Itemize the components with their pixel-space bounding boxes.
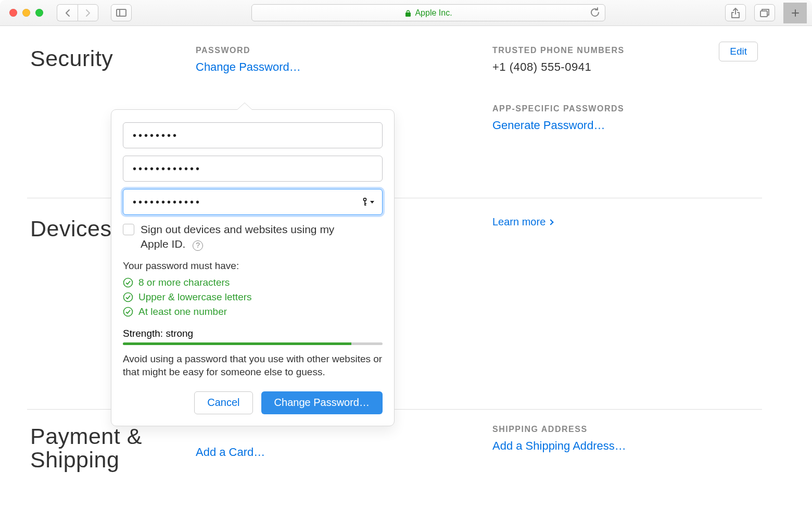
tabs-button[interactable] xyxy=(754,4,775,21)
fullscreen-window-button[interactable] xyxy=(35,9,43,17)
svg-point-6 xyxy=(363,198,366,201)
minimize-window-button[interactable] xyxy=(22,9,30,17)
key-icon xyxy=(361,198,369,206)
close-window-button[interactable] xyxy=(9,9,17,17)
svg-point-10 xyxy=(124,278,133,287)
current-password-input[interactable] xyxy=(123,122,383,148)
svg-point-12 xyxy=(124,307,133,316)
titlebar: Apple Inc. xyxy=(0,0,812,26)
sidebar-button[interactable] xyxy=(111,4,132,21)
edit-security-button[interactable]: Edit xyxy=(719,42,758,61)
browser-window: Apple Inc. Security PASSWORD xyxy=(0,0,812,509)
password-autofill-button[interactable] xyxy=(361,198,374,206)
signout-devices-checkbox[interactable] xyxy=(123,224,134,235)
password-strength-meter xyxy=(123,342,383,345)
check-circle-icon xyxy=(123,292,133,302)
change-password-popover: Sign out devices and websites using my A… xyxy=(111,109,395,426)
caret-down-icon xyxy=(370,201,374,203)
requirement-item: Upper & lowercase letters xyxy=(123,291,383,303)
reload-icon[interactable] xyxy=(590,7,600,19)
password-strength-label: Strength: strong xyxy=(123,328,383,339)
lock-icon xyxy=(404,9,412,17)
nav-buttons xyxy=(57,4,98,21)
change-password-submit-button[interactable]: Change Password… xyxy=(261,391,383,414)
svg-rect-3 xyxy=(760,11,767,17)
url-bar[interactable]: Apple Inc. xyxy=(251,4,605,21)
back-button[interactable] xyxy=(57,4,78,21)
traffic-lights xyxy=(5,9,43,17)
password-advice: Avoid using a password that you use with… xyxy=(123,352,383,379)
payment-section: Payment & Shipping Add a Card… SHIPPING … xyxy=(30,421,789,472)
app-specific-heading: APP-SPECIFIC PASSWORDS xyxy=(492,104,777,113)
share-button[interactable] xyxy=(725,4,746,21)
chevron-right-icon xyxy=(548,219,554,225)
learn-more-label: Learn more xyxy=(492,216,545,228)
forward-button[interactable] xyxy=(78,4,98,21)
requirement-item: At least one number xyxy=(123,306,383,317)
help-icon[interactable]: ? xyxy=(193,240,203,251)
new-password-input[interactable] xyxy=(123,156,383,182)
cancel-button[interactable]: Cancel xyxy=(194,391,252,414)
requirement-item: 8 or more characters xyxy=(123,277,383,288)
check-circle-icon xyxy=(123,277,133,288)
shipping-heading: SHIPPING ADDRESS xyxy=(492,425,777,434)
add-card-link[interactable]: Add a Card… xyxy=(196,446,480,459)
check-circle-icon xyxy=(123,307,133,317)
add-shipping-link[interactable]: Add a Shipping Address… xyxy=(492,439,777,453)
url-host-label: Apple Inc. xyxy=(415,8,452,18)
page-content: Security PASSWORD Change Password… TRUST… xyxy=(0,26,812,132)
payment-title: Payment & Shipping xyxy=(30,425,196,472)
new-tab-button[interactable] xyxy=(783,3,807,23)
change-password-link[interactable]: Change Password… xyxy=(196,60,480,74)
svg-rect-0 xyxy=(117,9,126,16)
signout-devices-label: Sign out devices and websites using my A… xyxy=(141,222,383,252)
confirm-password-input[interactable] xyxy=(123,189,383,215)
svg-point-11 xyxy=(124,292,133,301)
password-requirements-title: Your password must have: xyxy=(123,260,383,272)
password-heading: PASSWORD xyxy=(196,46,480,55)
trusted-phone-value: +1 (408) 555-0941 xyxy=(492,60,777,74)
devices-learn-more-link[interactable]: Learn more xyxy=(492,216,789,228)
generate-password-link[interactable]: Generate Password… xyxy=(492,119,777,132)
